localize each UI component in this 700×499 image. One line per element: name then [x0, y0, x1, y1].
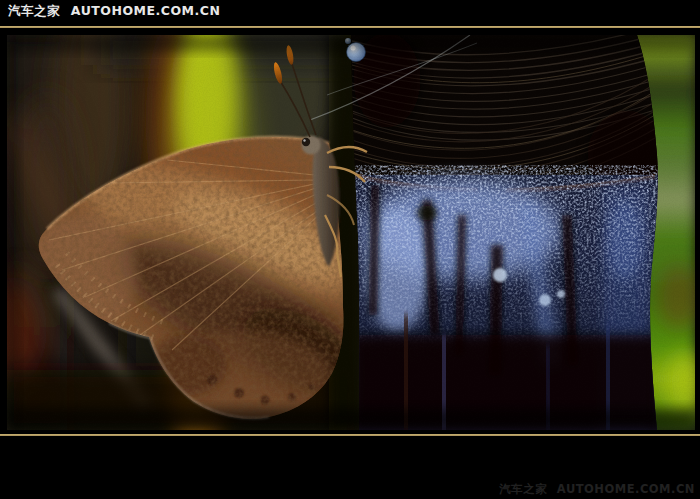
site-watermark-bottom: 汽车之家 AUTOHOME.COM.CN [499, 482, 695, 497]
site-watermark-top: 汽车之家 AUTOHOME.COM.CN [8, 3, 220, 20]
framed-photo-page: 汽车之家 AUTOHOME.COM.CN [0, 0, 700, 499]
frame-line-bottom [0, 434, 700, 436]
vignette [7, 35, 695, 430]
frame-line-top [0, 26, 700, 28]
photo-butterfly-on-bamboo [7, 35, 695, 430]
photo-canvas [7, 35, 695, 430]
